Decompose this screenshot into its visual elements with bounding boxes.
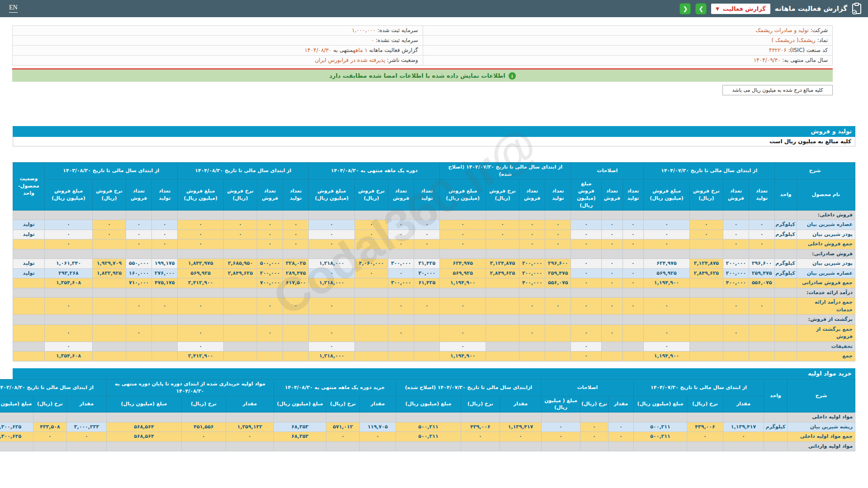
row-label-cell: مواد اولیه داخلی [788, 413, 855, 422]
company-field: شرکت: تولید و صادرات ریشمک [423, 26, 833, 35]
table-row: ریشه شیرین بیانکیلوگرم۱,۱۳۹,۴۱۷۴۳۹,۰۰۶۵۰… [0, 422, 855, 432]
column-header: مبلغ فروش (میلیون ریال) [644, 179, 690, 210]
value-cell: ۰ [571, 342, 602, 352]
value-cell: ۰ [749, 239, 775, 249]
column-header: مبلغ (میلیون ریال) [396, 396, 461, 413]
value-cell: ۷۰۰,۰۰۰ [257, 278, 283, 288]
value-cell: ۰ [749, 298, 775, 315]
value-cell: ۲۰۰,۰۰۰ [519, 259, 545, 269]
value-cell: ۰ [309, 220, 355, 230]
nav-forward-button[interactable]: ❯ [695, 3, 707, 14]
value-cell [486, 288, 519, 298]
value-cell [414, 249, 440, 259]
value-cell: ۱,۸۴۲,۹۷۵ [178, 259, 224, 269]
value-cell [93, 210, 126, 220]
value-cell [257, 342, 283, 352]
row-label-cell: جمع فروش صادراتی [797, 278, 855, 288]
value-cell [93, 288, 126, 298]
value-cell: ۲۰۰,۰۰۰ [257, 268, 283, 278]
value-cell: ۲,۸۴۹,۶۲۵ [486, 268, 519, 278]
value-cell: ۰ [545, 220, 571, 230]
row-label-cell: عصاره شیرین بیان [797, 268, 855, 278]
value-cell: ۰ [545, 298, 571, 315]
value-cell: ۰ [309, 324, 355, 342]
value-cell [687, 413, 723, 422]
value-cell [602, 288, 623, 298]
value-cell: ۲,۸۴۹,۶۲۵ [224, 268, 257, 278]
value-cell: ۰ [623, 298, 644, 315]
value-cell [545, 342, 571, 352]
value-cell [178, 210, 224, 220]
status-cell [13, 342, 45, 352]
value-cell: ۰ [602, 298, 623, 315]
report-type-dropdown-label: گزارش فعالیت [723, 5, 766, 12]
value-cell [414, 210, 440, 220]
row-label-cell: تخفیفات [797, 342, 855, 352]
value-cell: ۰ [571, 278, 602, 288]
value-cell: ۰ [354, 268, 388, 278]
value-cell [414, 288, 440, 298]
value-cell: ۰ [152, 220, 178, 230]
value-cell: ۱,۹۲۹,۷۰۹ [93, 259, 126, 269]
column-header: مواد اولیه خریداری شده از ابتدای دوره تا… [106, 379, 274, 396]
column-header: مقدار [723, 396, 764, 413]
value-cell [689, 239, 723, 249]
row-label-cell: جمع [797, 352, 855, 361]
value-cell: ۰ [440, 342, 486, 352]
value-cell [545, 324, 571, 342]
value-cell: ۲۹۶,۶۰۰ [749, 259, 775, 269]
column-header: تعداد تولید [152, 179, 178, 210]
value-cell [545, 288, 571, 298]
value-cell: ۰ [571, 230, 602, 239]
unregistered-capital-field: سرمایه ثبت نشده: ۰ [13, 36, 423, 45]
language-toggle-link[interactable]: EN [9, 4, 18, 13]
value-cell: ۰ [486, 230, 519, 239]
column-header: وضعیت محصول-واحد [13, 163, 45, 211]
value-cell [326, 441, 359, 451]
value-cell [623, 249, 644, 259]
value-cell: ۰ [723, 324, 749, 342]
value-cell [126, 342, 152, 352]
value-cell [440, 210, 486, 220]
value-cell [152, 288, 178, 298]
value-cell: ۳۲۸,۰۲۵ [283, 259, 309, 269]
value-cell [0, 441, 33, 451]
value-cell: ۰ [283, 298, 309, 315]
value-cell: ۰ [571, 268, 602, 278]
value-cell [602, 210, 623, 220]
value-cell [608, 413, 633, 422]
value-cell: ۱,۱۹۴,۹۰۰ [644, 278, 690, 288]
column-header: نرخ فروش (ریال) [224, 179, 257, 210]
info-row: شرکت: تولید و صادرات ریشمک سرمایه ثبت شد… [13, 26, 832, 36]
value-cell [486, 239, 519, 249]
value-cell [224, 278, 257, 288]
isic-label: کد صنعت (ISIC): [788, 47, 828, 53]
value-cell [440, 315, 486, 325]
value-cell: ۰ [749, 230, 775, 239]
value-cell: ۰ [33, 432, 66, 442]
column-header: مبلغ (میلیون ریال) [0, 396, 33, 413]
value-cell: ۴۳۳,۵۰۸ [33, 422, 66, 432]
value-cell [283, 288, 309, 298]
fiscal-year-value: ۱۴۰۴/۰۹/۳۰ [754, 57, 781, 63]
value-cell [354, 249, 388, 259]
report-type-dropdown[interactable]: گزارش فعالیت ▼ [711, 4, 770, 14]
value-cell [224, 298, 257, 315]
unit-cell: کیلوگرم [764, 422, 788, 432]
value-cell [354, 352, 388, 361]
value-cell: ۱,۲۱۸,۰۰۰ [309, 259, 355, 269]
value-cell: ۲۹۳,۲۶۸ [45, 268, 93, 278]
value-cell [689, 210, 723, 220]
value-cell [602, 352, 623, 361]
value-cell [541, 441, 580, 451]
value-cell [388, 249, 414, 259]
value-cell: ۰ [126, 239, 152, 249]
symbol-value: ریشمک( دریشمک ) [771, 37, 815, 43]
row-label-cell: ریشه شیرین بیان [788, 422, 855, 432]
value-cell: ۵۰۰,۲۱۱ [396, 422, 461, 432]
value-cell: ۵۰۰,۲۱۱ [633, 432, 687, 442]
nav-back-button[interactable]: ❮ [679, 3, 691, 14]
publisher-status-label: وضعیت ناشر: [387, 57, 418, 63]
value-cell: ۶۲۴,۹۷۵ [440, 259, 486, 269]
signature-match-notice: i اطلاعات نمایش داده شده با اطلاعات امضا… [12, 70, 833, 82]
